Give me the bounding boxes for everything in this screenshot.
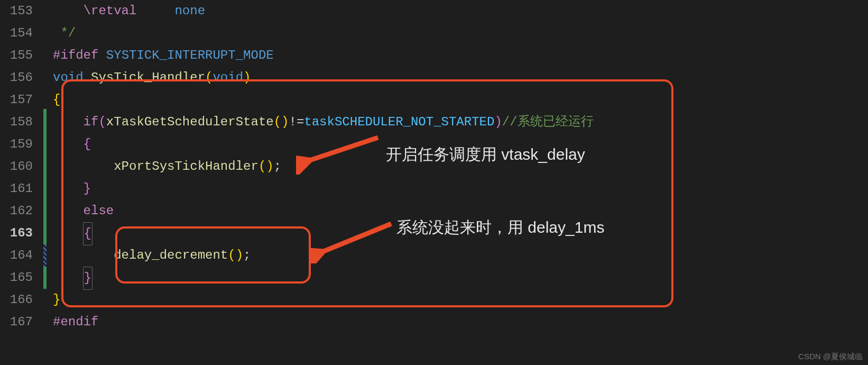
bracket-match-highlight: } [83, 267, 93, 290]
code-area[interactable]: \retval none */ #ifdef SYSTICK_INTERRUPT… [48, 0, 868, 365]
line-number: 153 [0, 0, 33, 22]
code-line[interactable]: } [48, 289, 868, 311]
line-number-current: 163 [0, 222, 33, 244]
line-number: 158 [0, 111, 33, 133]
line-number: 165 [0, 267, 33, 289]
line-number: 166 [0, 289, 33, 311]
change-marker-modified [43, 244, 47, 267]
code-line[interactable]: */ [48, 22, 868, 44]
change-marker-bar [43, 0, 48, 365]
code-line[interactable]: #endif [48, 311, 868, 333]
code-line[interactable]: { [48, 222, 868, 244]
line-number: 155 [0, 44, 33, 67]
line-number-gutter: 153 154 155 156 157 158 159 160 161 162 … [0, 0, 43, 365]
code-line[interactable]: if(xTaskGetSchedulerState()!=taskSCHEDUL… [48, 111, 868, 133]
code-line[interactable]: else [48, 200, 868, 222]
line-number: 167 [0, 311, 33, 333]
code-line[interactable]: \retval none [48, 0, 868, 22]
watermark: CSDN @夏侯城临 [798, 352, 863, 362]
line-number: 154 [0, 22, 33, 44]
code-line[interactable]: void SysTick_Handler(void) [48, 67, 868, 89]
code-line[interactable]: delay_decrement(); [48, 244, 868, 267]
code-line[interactable]: #ifdef SYSTICK_INTERRUPT_MODE [48, 44, 868, 67]
line-number: 161 [0, 178, 33, 200]
line-number: 164 [0, 244, 33, 267]
line-number: 156 [0, 67, 33, 89]
code-line[interactable]: { [48, 133, 868, 156]
code-line[interactable]: { [48, 89, 868, 111]
code-editor[interactable]: 153 154 155 156 157 158 159 160 161 162 … [0, 0, 868, 365]
line-number: 160 [0, 156, 33, 178]
bracket-match-highlight: { [83, 222, 93, 245]
line-number: 162 [0, 200, 33, 222]
code-line[interactable]: xPortSysTickHandler(); [48, 156, 868, 178]
line-number: 159 [0, 133, 33, 156]
code-line[interactable]: } [48, 178, 868, 200]
code-line[interactable]: } [48, 267, 868, 289]
line-number: 157 [0, 89, 33, 111]
